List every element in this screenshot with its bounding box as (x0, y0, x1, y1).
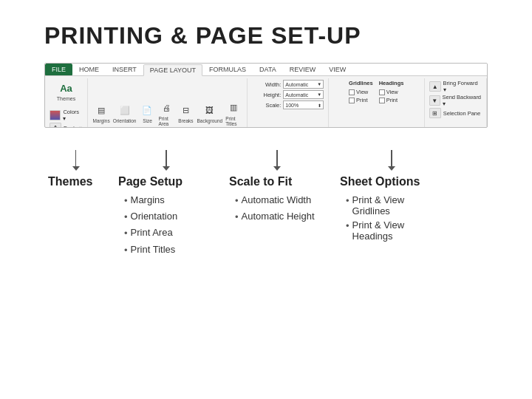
breaks-button[interactable]: ⊟ Breaks (177, 102, 194, 123)
height-value: Automatic (285, 92, 308, 98)
scale-input[interactable]: 100% ⬍ (283, 100, 324, 109)
headings-view-checkbox[interactable] (379, 89, 385, 95)
group-sheet-options: Gridlines View Print Headings (329, 78, 425, 128)
gridlines-view-checkbox[interactable] (349, 89, 355, 95)
gridlines-print-label: Print (356, 97, 367, 103)
orientation-icon: ⬜ (117, 102, 133, 118)
background-label: Background (197, 118, 222, 123)
selection-pane-label: Selection Pane (443, 110, 480, 117)
width-input[interactable]: Automatic ▼ (283, 80, 324, 89)
colors-icon (50, 110, 61, 120)
orientation-label: Orientation (113, 118, 137, 123)
print-area-button[interactable]: 🖨 Print Area (158, 100, 174, 126)
width-row: Width: Automatic ▼ (251, 80, 324, 89)
tab-insert[interactable]: INSERT (106, 64, 143, 75)
bullet-print-area: • Print Area (118, 227, 214, 240)
content-area: Themes Page Setup • Margins • Orientatio… (44, 150, 488, 377)
bullet-print-titles: • Print Titles (118, 244, 214, 257)
fonts-icon: A (50, 123, 61, 128)
tab-file[interactable]: FILE (45, 64, 72, 75)
width-value: Automatic (285, 82, 308, 87)
tab-review[interactable]: REVIEW (283, 64, 323, 75)
height-label: Height: (251, 92, 281, 98)
tab-formulas[interactable]: FORMULAS (202, 64, 253, 75)
scale-label-text: Scale: (251, 102, 281, 109)
bring-forward-icon: ▲ (429, 81, 441, 92)
arrange-sub: ▲ Bring Forward ▾ ▼ Send Backward ▾ ⊞ Se… (429, 80, 482, 127)
headings-print-checkbox[interactable] (379, 98, 385, 103)
themes-arrow-tip (72, 166, 80, 171)
tab-data[interactable]: DATA (253, 64, 283, 75)
headings-view-label: View (386, 89, 398, 95)
selection-pane-button[interactable]: ⊞ Selection Pane (429, 108, 482, 118)
background-button[interactable]: 🖼 Background (197, 102, 222, 123)
sheet-arrow-tip (388, 166, 395, 171)
bullet-auto-height: • Automatic Height (229, 211, 325, 224)
scale-title: Scale to Fit (229, 175, 325, 188)
print-titles-label: Print Titles (225, 116, 242, 126)
themes-fonts[interactable]: A Fonts ▾ (50, 123, 83, 128)
scale-rows: Width: Automatic ▼ Height: Automatic ▼ (251, 80, 324, 117)
bullet-orientation: • Orientation (118, 211, 214, 224)
headings-col: Headings View Print (379, 80, 404, 103)
orientation-button[interactable]: ⬜ Orientation (113, 102, 137, 123)
gridlines-view-label: View (356, 89, 368, 95)
page-setup-icons: ▤ Margins ⬜ Orientation 📄 Size 🖨 Print A… (93, 80, 242, 128)
themes-icons: Aa Themes (57, 80, 75, 109)
selection-pane-icon: ⊞ (429, 108, 441, 118)
scale-arrow-tip (273, 166, 281, 171)
send-backward-label: Send Backward ▾ (443, 94, 482, 107)
breaks-icon: ⊟ (177, 102, 194, 118)
group-page-setup: ▤ Margins ⬜ Orientation 📄 Size 🖨 Print A… (88, 78, 248, 128)
print-titles-icon: ▥ (225, 100, 242, 116)
breaks-label: Breaks (178, 118, 193, 123)
height-dropdown-icon: ▼ (317, 92, 321, 97)
themes-button[interactable]: Aa Themes (57, 80, 75, 101)
print-area-icon: 🖨 (158, 100, 174, 116)
colors-label: Colors ▾ (63, 109, 83, 122)
scale-arrow-line (276, 150, 278, 166)
scale-value: 100% (285, 103, 299, 108)
sheet-col: Sheet Options • Print & View Gridlines •… (332, 150, 451, 377)
gridlines-print-checkbox[interactable] (349, 98, 355, 103)
send-backward-button[interactable]: ▼ Send Backward ▾ (429, 94, 482, 107)
bring-forward-button[interactable]: ▲ Bring Forward ▾ (429, 80, 482, 93)
headings-header: Headings (379, 80, 404, 86)
margins-label: Margins (93, 118, 110, 123)
size-button[interactable]: 📄 Size (139, 102, 155, 123)
width-label: Width: (251, 81, 281, 88)
themes-icon: Aa (58, 80, 74, 96)
group-themes: Aa Themes Colors ▾ A Fonts ▾ ✦ (45, 78, 88, 128)
group-arrange: ▲ Bring Forward ▾ ▼ Send Backward ▾ ⊞ Se… (425, 78, 487, 128)
print-titles-button[interactable]: ▥ Print Titles (225, 100, 242, 126)
size-icon: 📄 (139, 102, 155, 118)
send-backward-icon: ▼ (429, 95, 440, 106)
scale-stepper-icon: ⬍ (318, 103, 321, 108)
headings-print-row: Print (379, 97, 404, 103)
bring-forward-label: Bring Forward ▾ (443, 80, 482, 93)
themes-col: Themes (44, 150, 111, 377)
print-area-label: Print Area (158, 116, 174, 126)
headings-view-row: View (379, 89, 404, 95)
page-setup-arrow-tip (163, 166, 170, 171)
bullet-gridlines: • Print & View Gridlines (340, 194, 443, 216)
width-dropdown-icon: ▼ (317, 82, 321, 86)
sheet-arrow-line (391, 150, 392, 166)
scale-col: Scale to Fit • Automatic Width • Automat… (222, 150, 332, 377)
themes-arrow-line (75, 150, 77, 166)
page-setup-col: Page Setup • Margins • Orientation • Pri… (111, 150, 222, 377)
height-input[interactable]: Automatic ▼ (283, 90, 324, 99)
margins-button[interactable]: ▤ Margins (93, 102, 110, 123)
slide: PRINTING & PAGE SET-UP FILE HOME INSERT … (0, 0, 532, 399)
tab-page-layout[interactable]: PAGE LAYOUT (143, 64, 202, 76)
bullet-headings: • Print & View Headings (340, 219, 443, 242)
page-setup-arrow-line (166, 150, 167, 166)
tab-home[interactable]: HOME (72, 64, 106, 75)
sheet-checkboxes: Gridlines View Print Headings (349, 80, 403, 111)
themes-sub: Colors ▾ A Fonts ▾ ✦ Effects ▾ (50, 109, 83, 128)
gridlines-print-row: Print (349, 97, 373, 103)
margins-icon: ▤ (93, 102, 109, 118)
ribbon-tabs: FILE HOME INSERT PAGE LAYOUT FORMULAS DA… (45, 64, 487, 76)
themes-colors[interactable]: Colors ▾ (50, 109, 83, 122)
tab-view[interactable]: VIEW (322, 64, 352, 75)
